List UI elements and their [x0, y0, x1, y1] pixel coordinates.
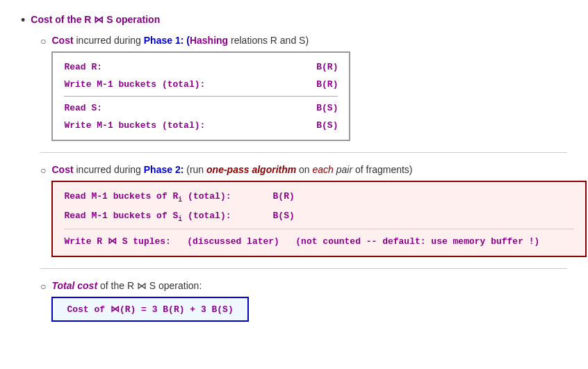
- phase2-pair-kw: pair: [334, 164, 352, 175]
- phase2-sub-item: ○ Cost incurred during Phase 2: (run one…: [40, 164, 567, 257]
- phase2-phase-kw: Phase 2:: [144, 164, 184, 175]
- phase1-row4-label: Write M-1 buckets (total):: [64, 120, 205, 131]
- phase1-phase-kw: Phase 1: (: [144, 35, 190, 46]
- phase1-sub-bullet: ○: [40, 35, 46, 47]
- total-sub-item: ○ Total cost of the R ⋈ S operation: Cos…: [40, 280, 567, 322]
- phase1-incurred: incurred during: [76, 35, 143, 46]
- phase1-row1-value: B(R): [316, 62, 338, 72]
- phase1-row-4: Write M-1 buckets (total): B(S): [64, 117, 338, 134]
- main-bullet-item: • Cost of the R ⋈ S operation: [21, 14, 567, 28]
- total-content: Total cost of the R ⋈ S operation: Cost …: [51, 280, 248, 322]
- phase2-on: on: [299, 164, 312, 175]
- phase2-title: Cost incurred during Phase 2: (run one-p…: [51, 164, 587, 175]
- main-bullet-dot: •: [21, 13, 25, 28]
- total-kw: Total cost: [51, 280, 97, 291]
- phase2-row1-value: B(R): [273, 191, 295, 204]
- phase2-row2-label: Read M-1 buckets of Si (total):: [64, 211, 231, 223]
- phase1-cost-kw: Cost: [51, 35, 73, 46]
- total-title: Total cost of the R ⋈ S operation:: [51, 280, 248, 291]
- sub-sections: ○ Cost incurred during Phase 1: (Hashing…: [40, 35, 567, 322]
- phase2-of-fragments: of fragments): [352, 164, 412, 175]
- phase1-row3-value: B(S): [316, 103, 338, 113]
- phase1-row1-label: Read R:: [64, 62, 102, 72]
- phase1-relations: relations R and S): [228, 35, 309, 46]
- main-section: • Cost of the R ⋈ S operation ○ Cost inc…: [21, 14, 567, 322]
- phase2-row-1: Read M-1 buckets of Ri (total): B(R): [64, 188, 574, 207]
- phase1-row3-label: Read S:: [64, 103, 102, 113]
- phase1-content: Cost incurred during Phase 1: (Hashing r…: [51, 35, 350, 141]
- phase2-each-kw: each: [313, 164, 334, 175]
- phase1-divider: [64, 96, 338, 97]
- phase1-row2-value: B(R): [316, 79, 338, 90]
- phase1-box: Read R: B(R) Write M-1 buckets (total): …: [51, 51, 350, 141]
- phase2-divider: [64, 229, 574, 229]
- phase2-content: Cost incurred during Phase 2: (run one-p…: [51, 164, 587, 257]
- phase2-run-prefix: (run: [186, 164, 206, 175]
- phase1-row-1: Read R: B(R): [64, 58, 338, 76]
- phase1-sub-item: ○ Cost incurred during Phase 1: (Hashing…: [40, 35, 567, 141]
- phase1-title: Cost incurred during Phase 1: (Hashing r…: [51, 35, 350, 46]
- total-box: Cost of ⋈(R) = 3 B(R) + 3 B(S): [51, 297, 248, 322]
- section-divider-1: [40, 152, 567, 153]
- phase1-row-3: Read S: B(S): [64, 99, 338, 117]
- total-rest: of the R ⋈ S operation:: [100, 280, 202, 291]
- phase2-row1-label: Read M-1 buckets of Ri (total):: [64, 191, 231, 204]
- phase2-row2-value: B(S): [273, 211, 295, 223]
- phase2-cost-kw: Cost: [51, 164, 73, 175]
- phase2-onepass-kw: one-pass algorithm: [206, 164, 296, 175]
- phase1-row-2: Write M-1 buckets (total): B(R): [64, 76, 338, 93]
- phase1-row4-value: B(S): [316, 120, 338, 131]
- phase1-hashing-kw: Hashing: [190, 35, 228, 46]
- main-title: Cost of the R ⋈ S operation: [31, 14, 160, 25]
- phase2-write-row: Write R ⋈ S tuples: (discussed later) (n…: [64, 232, 574, 250]
- phase1-row2-label: Write M-1 buckets (total):: [64, 79, 205, 90]
- section-divider-2: [40, 268, 567, 269]
- phase2-incurred: incurred during: [76, 164, 143, 175]
- total-formula: Cost of ⋈(R) = 3 B(R) + 3 B(S): [67, 304, 233, 315]
- phase2-row-2: Read M-1 buckets of Si (total): B(S): [64, 207, 574, 227]
- phase2-box: Read M-1 buckets of Ri (total): B(R) Rea…: [51, 181, 587, 257]
- phase2-sub-bullet: ○: [40, 165, 46, 176]
- total-sub-bullet: ○: [40, 281, 46, 292]
